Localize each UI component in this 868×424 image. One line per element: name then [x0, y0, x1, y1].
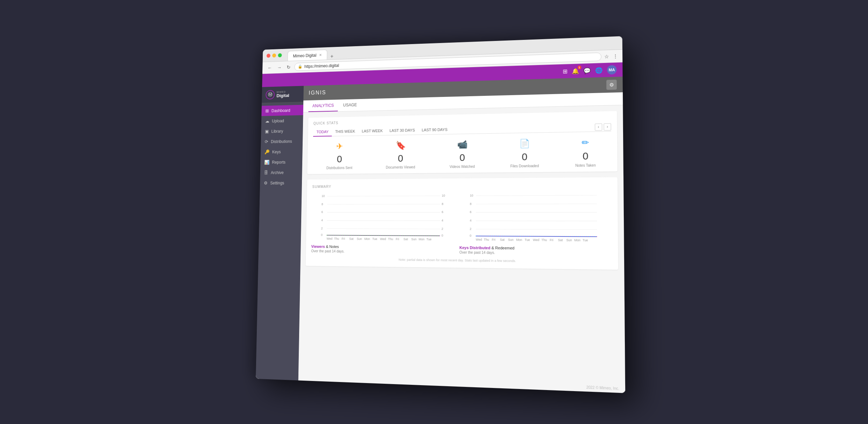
chart2-y10: 10	[470, 193, 473, 197]
forward-btn[interactable]: →	[276, 64, 283, 71]
sidebar-item-settings[interactable]: ⚙ Settings	[260, 177, 302, 188]
sidebar-item-upload[interactable]: ☁ Upload	[261, 115, 303, 126]
chart2-grid2	[476, 204, 597, 204]
chat-icon[interactable]: 💬	[583, 67, 591, 74]
chart2-x3: Fri	[492, 238, 495, 242]
sidebar-item-reports[interactable]: 📊 Reports	[260, 157, 302, 168]
chart1-x4: Sat	[349, 237, 354, 240]
sidebar-item-label: Dashboard	[271, 108, 290, 113]
time-tab-last-30[interactable]: LAST 30 DAYS	[386, 126, 418, 135]
chart2-x14: Tue	[583, 238, 588, 242]
chart2-title-rest: & Redeemed	[490, 246, 514, 250]
chart2-x5: Sun	[508, 238, 514, 242]
new-tab-btn[interactable]: +	[329, 53, 334, 59]
apps-icon[interactable]: ⊞	[563, 68, 567, 75]
files-downloaded-icon: 📄	[519, 139, 530, 149]
reload-btn[interactable]: ↻	[285, 64, 292, 70]
chart2-y0: 0	[470, 234, 471, 237]
globe-icon[interactable]: 🌐	[595, 67, 602, 74]
time-tab-last-90[interactable]: LAST 90 DAYS	[418, 125, 451, 135]
chart2-x11: Sat	[558, 238, 563, 242]
distributions-sent-icon: ✈	[336, 142, 343, 151]
chart1-highlight: Viewers	[311, 245, 325, 249]
chart1-grid1	[327, 196, 440, 196]
bookmarks-icon[interactable]: ☆	[604, 54, 609, 59]
logo-digital-text: Digital	[276, 93, 289, 98]
gear-icon: ⚙	[609, 82, 614, 88]
app-layout: Ⓜ mimeo Digital ⊞ Dashboard ☁ Upload ▣	[256, 77, 625, 393]
logo-circle: Ⓜ	[266, 90, 275, 99]
chart1-y4: 4	[321, 218, 323, 222]
app-title: IGNIS	[309, 90, 326, 96]
files-downloaded-value: 0	[522, 151, 527, 163]
chart1-grid4	[327, 220, 440, 221]
tab-analytics[interactable]: ANALYTICS	[308, 100, 338, 112]
time-prev-btn[interactable]: ‹	[595, 123, 602, 130]
time-tab-today[interactable]: TODAY	[313, 128, 332, 137]
chart1-x8: Wed	[380, 237, 386, 241]
chart2-svg: 10 8 6 4 2 0	[459, 191, 612, 242]
chart2-x1: Wed	[475, 238, 482, 241]
menu-icon[interactable]: ⋮	[613, 53, 618, 59]
chart1-x5: Sun	[357, 237, 362, 240]
stats-grid: ✈ 0 Distributions Sent 🔖 0 Documents Vie…	[312, 137, 611, 170]
tab-analytics-label: ANALYTICS	[312, 103, 334, 108]
chart-keys: 10 8 6 4 2 0	[459, 191, 612, 256]
tab-usage[interactable]: USAGE	[339, 99, 361, 111]
stat-files-downloaded: 📄 0 Files Downloaded	[510, 139, 539, 168]
browser-actions: ☆ ⋮	[604, 53, 618, 59]
time-nav: ‹ ›	[595, 122, 611, 131]
videos-watched-value: 0	[459, 152, 465, 163]
time-next-btn[interactable]: ›	[604, 123, 611, 130]
stat-videos-watched: 📹 0 Videos Watched	[450, 140, 475, 169]
chart1-y8: 8	[321, 202, 323, 206]
chart1-x13: Mon	[418, 237, 424, 241]
chart1-x1: Wed	[326, 237, 332, 240]
time-tab-last-week[interactable]: LAST WEEK	[358, 127, 386, 136]
settings-icon: ⚙	[263, 181, 267, 185]
sidebar-item-label: Reports	[272, 160, 285, 165]
chart1-x3: Fri	[341, 237, 345, 240]
notifications-icon[interactable]: 🔔 1	[572, 68, 579, 75]
tab-close-btn[interactable]: ✕	[319, 53, 322, 57]
user-avatar[interactable]: MA	[607, 65, 616, 75]
browser-tab[interactable]: Mimeo Digital ✕	[287, 50, 327, 61]
chart1-grid2	[327, 204, 440, 204]
settings-button[interactable]: ⚙	[606, 80, 617, 90]
chart-viewers-notes: 10 8 6 4 2 0 10 8 6 4 2	[311, 192, 454, 254]
documents-viewed-value: 0	[398, 153, 403, 164]
chart1-x7: Tue	[372, 237, 377, 241]
sidebar-item-keys[interactable]: 🔑 Keys	[260, 146, 302, 157]
chart1-ry8: 8	[442, 202, 443, 205]
lock-icon: 🔒	[298, 64, 302, 69]
chart2-grid1	[476, 195, 597, 196]
sidebar-item-library[interactable]: ▣ Library	[261, 126, 303, 137]
time-tab-this-week[interactable]: THIS WEEK	[332, 127, 358, 136]
chart2-subtitle: Over the past 14 days.	[459, 250, 612, 256]
sidebar-item-archive[interactable]: 🗄 Archive	[260, 167, 302, 178]
sidebar-item-dashboard[interactable]: ⊞ Dashboard	[261, 105, 303, 116]
reports-icon: 📊	[264, 160, 269, 165]
traffic-lights	[266, 53, 282, 58]
archive-icon: 🗄	[264, 170, 268, 175]
chart1-y0: 0	[321, 233, 323, 236]
chart1-x6: Mon	[364, 237, 370, 241]
stat-notes-taken: ✏ 0 Notes Taken	[575, 137, 596, 168]
back-btn[interactable]: ←	[266, 64, 273, 71]
chart1-ry4: 4	[442, 219, 443, 222]
chart2-y2: 2	[470, 227, 471, 231]
chart1-y6: 6	[321, 210, 323, 214]
chart2-x4: Sat	[500, 238, 504, 242]
chart1-y10: 10	[322, 194, 325, 198]
chart1-x2: Thu	[334, 237, 339, 240]
chart1-ry0: 0	[441, 234, 443, 237]
chart2-x13: Mon	[574, 238, 580, 242]
minimize-window-btn[interactable]	[272, 53, 276, 57]
chart2-x10: Fri	[550, 238, 553, 242]
sidebar-item-distributions[interactable]: ⟳ Distributions	[261, 136, 303, 147]
maximize-window-btn[interactable]	[278, 53, 282, 57]
close-window-btn[interactable]	[266, 54, 270, 58]
tab-title: Mimeo Digital	[293, 53, 316, 58]
notes-taken-icon: ✏	[581, 137, 589, 148]
sidebar-nav: ⊞ Dashboard ☁ Upload ▣ Library ⟳ Distrib…	[260, 102, 303, 188]
